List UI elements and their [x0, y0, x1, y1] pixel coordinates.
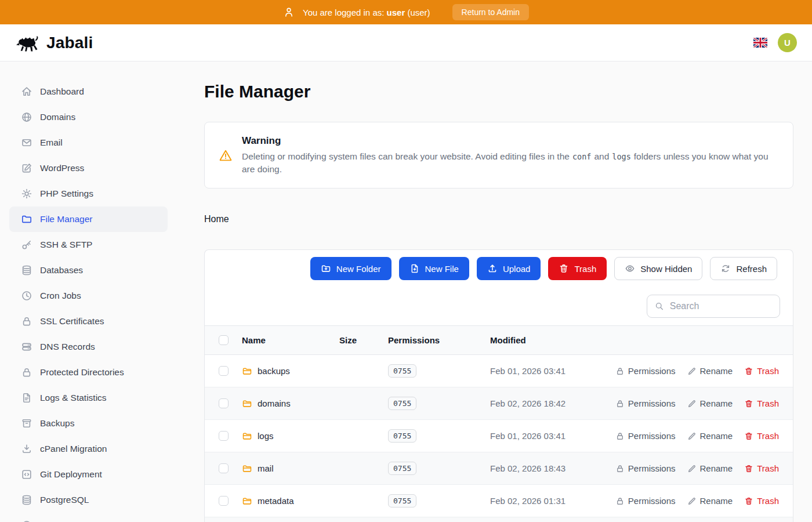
- breadcrumb-home[interactable]: Home: [204, 214, 229, 224]
- modified-date: Feb 02, 2026 18:43: [490, 463, 615, 473]
- sidebar-item[interactable]: WordPress: [9, 155, 168, 181]
- trash-icon: [744, 432, 753, 441]
- row-checkbox[interactable]: [219, 431, 229, 441]
- trash-icon: [744, 464, 753, 473]
- trash-button[interactable]: Trash: [548, 257, 607, 280]
- row-trash-button[interactable]: Trash: [744, 431, 779, 441]
- pencil-icon: [687, 432, 697, 441]
- row-rename-button[interactable]: Rename: [687, 463, 733, 473]
- folder-icon: [242, 463, 252, 474]
- upload-button[interactable]: Upload: [477, 257, 541, 280]
- row-permissions-button[interactable]: Permissions: [615, 431, 676, 441]
- search-input[interactable]: [670, 301, 772, 311]
- return-to-admin-button[interactable]: Return to Admin: [452, 4, 529, 20]
- col-permissions: Permissions: [388, 335, 490, 345]
- trash-icon: [559, 263, 569, 274]
- row-permissions-button[interactable]: Permissions: [615, 366, 676, 376]
- impersonation-username: user: [387, 8, 405, 17]
- new-file-button[interactable]: New File: [399, 257, 469, 280]
- sidebar-item[interactable]: Databases: [9, 258, 168, 283]
- row-permissions-button[interactable]: Permissions: [615, 496, 676, 506]
- sidebar-item[interactable]: PostgreSQL: [9, 487, 168, 513]
- sidebar-item-label: PostgreSQL: [40, 495, 89, 505]
- file-toolbar: New Folder New File Upload Trash Show Hi…: [205, 250, 793, 280]
- sidebar-item[interactable]: PHP Settings: [9, 181, 168, 206]
- download-icon: [21, 443, 32, 455]
- row-rename-button[interactable]: Rename: [687, 496, 733, 506]
- main-content: File Manager Warning Deleting or modifyi…: [177, 61, 812, 522]
- sidebar-item-label: Backups: [40, 418, 74, 429]
- sidebar-item[interactable]: DNS Records: [9, 334, 168, 360]
- row-trash-button[interactable]: Trash: [744, 463, 779, 473]
- sidebar-item[interactable]: Git Deployment: [9, 462, 168, 487]
- new-folder-button[interactable]: New Folder: [310, 257, 392, 280]
- row-permissions-button[interactable]: Permissions: [615, 398, 676, 408]
- sidebar-item-label: Git Deployment: [40, 469, 102, 480]
- file-name-cell[interactable]: domains: [242, 398, 339, 409]
- modified-date: Feb 01, 2026 03:41: [490, 366, 615, 376]
- user-avatar[interactable]: U: [778, 33, 797, 52]
- table-row: backups 0755 Feb 01, 2026 03:41 Permissi…: [205, 355, 793, 387]
- sidebar-item[interactable]: Dashboard: [9, 79, 168, 104]
- select-all-checkbox[interactable]: [219, 335, 229, 345]
- lock-icon: [615, 496, 625, 506]
- language-flag-uk-icon[interactable]: [753, 38, 767, 48]
- lock-icon: [615, 464, 625, 473]
- file-name-cell[interactable]: logs: [242, 431, 339, 441]
- file-name: backups: [258, 366, 290, 376]
- file-name-cell[interactable]: metadata: [242, 496, 339, 506]
- refresh-icon: [720, 263, 731, 274]
- sidebar-item[interactable]: Protected Directories: [9, 360, 168, 385]
- row-permissions-button[interactable]: Permissions: [615, 463, 676, 473]
- sidebar-item-label: Protected Directories: [40, 367, 124, 378]
- sidebar-item[interactable]: SSH & SFTP: [9, 232, 168, 258]
- file-plus-icon: [409, 263, 420, 274]
- file-name: mail: [258, 463, 274, 473]
- row-actions: Permissions Rename Trash: [615, 463, 779, 473]
- sidebar-item[interactable]: [9, 513, 168, 522]
- modified-date: Feb 02, 2026 18:42: [490, 398, 615, 408]
- row-checkbox[interactable]: [219, 496, 229, 506]
- search-icon: [655, 301, 664, 311]
- trash-icon: [744, 367, 753, 376]
- sidebar-item[interactable]: Email: [9, 130, 168, 155]
- sidebar-item-label: SSH & SFTP: [40, 240, 92, 250]
- modified-date: Feb 01, 2026 03:41: [490, 431, 615, 441]
- row-checkbox[interactable]: [219, 463, 229, 473]
- folder-icon: [242, 398, 252, 409]
- folder-icon: [242, 496, 252, 506]
- table-row: metadata 0755 Feb 02, 2026 01:31 Permiss…: [205, 485, 793, 517]
- row-rename-button[interactable]: Rename: [687, 398, 733, 408]
- file-name-cell[interactable]: mail: [242, 463, 339, 474]
- warning-alert: Warning Deleting or modifying system fil…: [204, 122, 793, 188]
- refresh-button[interactable]: Refresh: [710, 257, 777, 280]
- sidebar-item[interactable]: Cron Jobs: [9, 283, 168, 309]
- brand[interactable]: Jabali: [15, 33, 93, 53]
- row-checkbox[interactable]: [219, 366, 229, 376]
- row-actions: Permissions Rename Trash: [615, 431, 779, 441]
- file-name-cell[interactable]: backups: [242, 366, 339, 376]
- sidebar-item[interactable]: File Manager: [9, 206, 168, 232]
- folder-icon: [242, 366, 252, 376]
- sidebar-item-label: Email: [40, 137, 63, 148]
- search-box: [647, 295, 780, 318]
- row-trash-button[interactable]: Trash: [744, 496, 779, 506]
- row-trash-button[interactable]: Trash: [744, 366, 779, 376]
- gear-icon: [21, 188, 32, 200]
- modified-date: Feb 02, 2026 01:31: [490, 496, 615, 506]
- row-rename-button[interactable]: Rename: [687, 366, 733, 376]
- sidebar-item[interactable]: cPanel Migration: [9, 436, 168, 462]
- table-row: domains 0755 Feb 02, 2026 18:42 Permissi…: [205, 387, 793, 420]
- sidebar-item-label: Databases: [40, 265, 83, 276]
- row-rename-button[interactable]: Rename: [687, 431, 733, 441]
- sidebar-item[interactable]: Logs & Statistics: [9, 385, 168, 411]
- sidebar-item-label: SSL Certificates: [40, 316, 104, 327]
- sidebar-item[interactable]: SSL Certificates: [9, 309, 168, 334]
- sidebar-item[interactable]: Domains: [9, 104, 168, 130]
- row-trash-button[interactable]: Trash: [744, 398, 779, 408]
- sidebar-item[interactable]: Backups: [9, 411, 168, 436]
- table-header: Name Size Permissions Modified: [205, 325, 793, 355]
- row-checkbox[interactable]: [219, 398, 229, 408]
- sidebar: Dashboard Domains Email WordPress PHP Se…: [0, 61, 177, 522]
- show-hidden-button[interactable]: Show Hidden: [614, 257, 702, 280]
